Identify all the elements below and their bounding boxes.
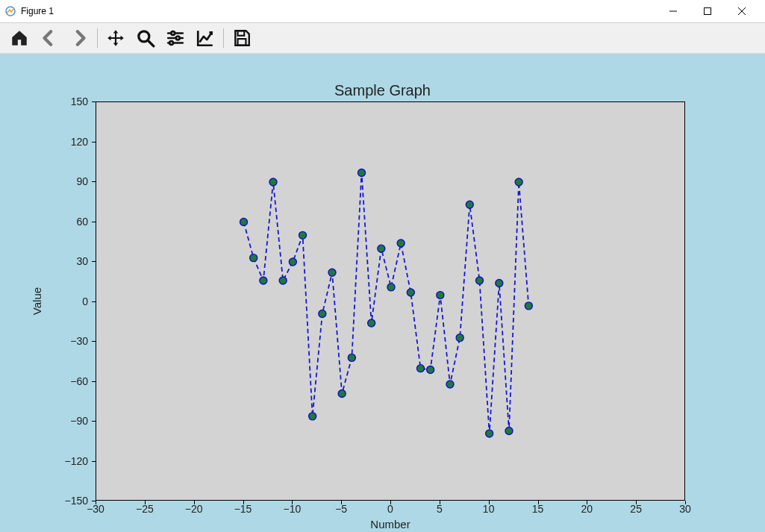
svg-point-21	[299, 231, 307, 239]
configure-icon[interactable]	[160, 25, 190, 51]
y-axis-label: Value	[30, 101, 45, 501]
x-tick-label: −20	[185, 503, 203, 515]
axes-area[interactable]	[96, 101, 685, 501]
svg-point-8	[171, 31, 175, 35]
y-tick-label: 120	[58, 136, 88, 148]
svg-point-37	[456, 334, 463, 342]
y-tick-label: −120	[58, 455, 88, 467]
svg-point-44	[525, 302, 532, 310]
svg-point-40	[486, 430, 493, 437]
svg-point-24	[328, 269, 336, 276]
axis-edit-icon[interactable]	[190, 25, 220, 51]
svg-point-38	[466, 201, 473, 208]
svg-point-28	[368, 319, 375, 327]
x-tick-label: 20	[581, 503, 593, 515]
svg-point-27	[358, 169, 366, 177]
svg-point-26	[348, 354, 355, 361]
svg-point-36	[446, 381, 454, 388]
minimize-button[interactable]	[656, 0, 690, 22]
svg-point-33	[417, 365, 425, 372]
x-tick-label: 15	[532, 503, 544, 515]
x-tick-label: −10	[283, 503, 301, 515]
svg-point-32	[407, 289, 414, 296]
x-tick-label: −30	[87, 503, 104, 515]
svg-point-18	[269, 178, 277, 186]
svg-rect-13	[238, 31, 245, 36]
matplotlib-toolbar	[0, 23, 765, 54]
svg-point-42	[505, 427, 513, 434]
save-icon[interactable]	[227, 25, 257, 51]
y-tick-label: 0	[58, 295, 88, 307]
pan-icon[interactable]	[101, 25, 131, 51]
toolbar-separator	[223, 28, 224, 48]
chart-title: Sample Graph	[0, 82, 765, 99]
svg-point-30	[387, 284, 395, 291]
svg-point-19	[279, 277, 287, 284]
y-tick-label: −60	[58, 375, 88, 387]
window-titlebar: Figure 1	[0, 0, 765, 23]
x-tick-label: −25	[136, 503, 154, 515]
x-tick-label: 25	[630, 503, 642, 515]
svg-point-22	[309, 413, 316, 420]
y-tick-label: 90	[58, 175, 88, 187]
svg-point-12	[169, 41, 173, 45]
y-tick-label: −150	[58, 495, 88, 507]
back-icon[interactable]	[34, 25, 64, 51]
x-tick-label: 10	[483, 503, 495, 515]
svg-point-16	[250, 254, 257, 262]
svg-point-34	[427, 366, 434, 373]
svg-rect-2	[705, 8, 711, 15]
svg-point-20	[289, 258, 296, 266]
line-plot	[96, 102, 684, 500]
x-tick-label: 30	[679, 503, 691, 515]
y-tick-label: −30	[58, 335, 88, 347]
app-icon	[4, 5, 16, 17]
forward-icon[interactable]	[64, 25, 94, 51]
x-tick-label: 5	[437, 503, 443, 515]
svg-point-39	[476, 277, 484, 284]
zoom-icon[interactable]	[131, 25, 160, 51]
x-tick-label: −5	[335, 503, 347, 515]
window-title: Figure 1	[21, 6, 54, 16]
svg-point-43	[515, 178, 522, 186]
y-tick-label: 30	[58, 255, 88, 267]
home-icon[interactable]	[4, 25, 34, 51]
maximize-button[interactable]	[690, 0, 725, 22]
svg-point-31	[397, 240, 405, 247]
x-tick-label: −15	[234, 503, 252, 515]
x-axis-label: Number	[96, 518, 685, 531]
toolbar-separator	[97, 28, 98, 48]
y-tick-label: 60	[58, 216, 88, 228]
svg-line-6	[148, 40, 154, 46]
svg-point-17	[260, 277, 267, 284]
svg-point-41	[496, 280, 503, 287]
figure-canvas[interactable]: Sample Graph Value Number −30−25−20−15−1…	[0, 54, 765, 532]
svg-point-23	[319, 310, 326, 318]
y-tick-label: −90	[58, 415, 88, 427]
svg-point-25	[338, 390, 346, 398]
svg-point-15	[240, 219, 248, 226]
y-tick-label: 150	[58, 96, 88, 107]
svg-point-35	[437, 292, 444, 299]
svg-point-29	[378, 245, 385, 252]
svg-point-10	[176, 37, 180, 40]
x-tick-label: 0	[387, 503, 393, 515]
close-button[interactable]	[725, 0, 759, 22]
svg-rect-14	[238, 39, 246, 46]
